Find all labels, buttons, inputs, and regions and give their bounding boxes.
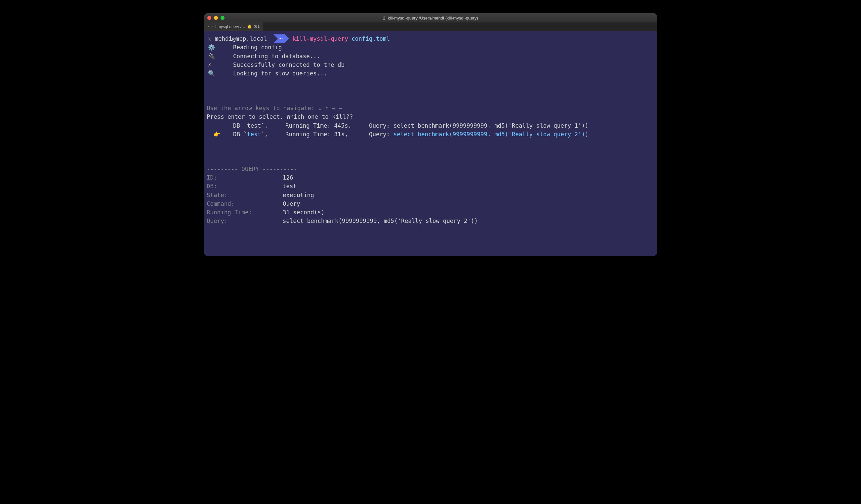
detail-key: DB:: [207, 182, 283, 190]
gear-icon: ⚙️: [207, 43, 233, 52]
pointer-icon: [207, 121, 233, 130]
terminal-content[interactable]: xmehdi@mbp.local~kill-mysql-query config…: [204, 31, 657, 256]
detail-val: select benchmark(9999999999, md5('Really…: [283, 217, 478, 225]
prompt-line: xmehdi@mbp.local~kill-mysql-query config…: [207, 35, 654, 43]
prompt-host: mehdi@mbp.local: [213, 35, 269, 43]
detail-row: ID:126: [207, 173, 654, 182]
bolt-icon: ⚡: [207, 60, 233, 69]
tab-badge: ⌘1: [254, 25, 260, 29]
detail-val: 31 second(s): [283, 208, 324, 217]
bell-icon: 🔔: [247, 25, 252, 29]
minimize-icon[interactable]: [214, 16, 218, 20]
select-prompt: Press enter to select. Which one to kill…: [207, 112, 654, 121]
prompt-command: kill-mysql-query: [289, 35, 348, 43]
detail-val: 126: [283, 173, 293, 182]
tab-kill-mysql-query[interactable]: × kill-mysql-query /… 🔔 ⌘1: [204, 23, 263, 31]
detail-val: Query: [283, 200, 300, 208]
status-line: ⚡Successfully connected to the db: [207, 60, 654, 69]
detail-row: Running Time:31 second(s): [207, 208, 654, 217]
detail-row: Command:Query: [207, 200, 654, 208]
tab-close-icon[interactable]: ×: [207, 25, 210, 29]
detail-key: Query:: [207, 217, 283, 225]
option-text: DB `test`, Running Time: 31s, Query: sel…: [233, 130, 654, 139]
option-text: DB `test`, Running Time: 445s, Query: se…: [233, 121, 654, 130]
detail-row: DB:test: [207, 182, 654, 190]
nav-hint: Use the arrow keys to navigate: ↓ ↑ → ←: [207, 104, 654, 112]
search-icon: 🔍: [207, 69, 233, 78]
prompt-arg: config.toml: [352, 35, 390, 43]
query-option-selected[interactable]: 👉DB `test`, Running Time: 31s, Query: se…: [207, 130, 654, 139]
detail-key: Command:: [207, 200, 283, 208]
window-title: 2. kill-mysql-query /Users/mehdi (kill-m…: [204, 15, 657, 21]
status-line: ⚙️Reading config: [207, 43, 654, 52]
terminal-window: 2. kill-mysql-query /Users/mehdi (kill-m…: [204, 13, 657, 256]
query-option[interactable]: DB `test`, Running Time: 445s, Query: se…: [207, 121, 654, 130]
pointer-icon: 👉: [207, 130, 233, 139]
detail-val: executing: [283, 191, 314, 200]
chevron-right-icon: [285, 35, 289, 43]
status-text: Successfully connected to the db: [233, 60, 344, 69]
traffic-lights: [207, 16, 224, 20]
tab-label: kill-mysql-query /…: [211, 25, 245, 29]
tab-bar: × kill-mysql-query /… 🔔 ⌘1: [204, 23, 657, 31]
detail-key: State:: [207, 191, 283, 200]
prompt-cwd-segment: ~: [269, 35, 289, 43]
query-divider: --------- QUERY ----------: [207, 165, 654, 173]
status-line: 🔍Looking for slow queries...: [207, 69, 654, 78]
status-text: Reading config: [233, 43, 282, 52]
status-text: Connecting to database...: [233, 52, 320, 60]
detail-row: State:executing: [207, 191, 654, 200]
maximize-icon[interactable]: [220, 16, 224, 20]
close-icon[interactable]: [207, 16, 211, 20]
titlebar[interactable]: 2. kill-mysql-query /Users/mehdi (kill-m…: [204, 13, 657, 23]
detail-key: Running Time:: [207, 208, 283, 217]
detail-val: test: [283, 182, 297, 190]
plug-icon: 🔌: [207, 52, 233, 60]
detail-key: ID:: [207, 173, 283, 182]
status-line: 🔌Connecting to database...: [207, 52, 654, 60]
prompt-x: x: [207, 35, 213, 43]
status-text: Looking for slow queries...: [233, 69, 327, 78]
detail-row: Query:select benchmark(9999999999, md5('…: [207, 217, 654, 225]
